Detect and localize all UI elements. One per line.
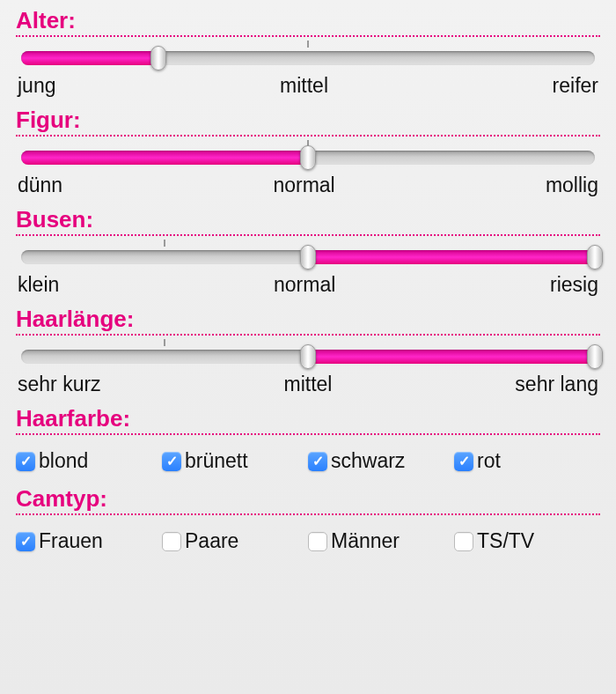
- check-icon: ✓: [312, 454, 324, 469]
- camtyp-checkbox-item[interactable]: TS/TV: [454, 529, 600, 553]
- slider-handle[interactable]: [587, 245, 603, 269]
- checkbox-label: rot: [477, 449, 501, 473]
- slider-label: mollig: [546, 174, 598, 197]
- checkbox-box[interactable]: ✓: [16, 452, 35, 471]
- slider-tick: [164, 339, 165, 346]
- slider-handle[interactable]: [300, 344, 316, 369]
- slider-handle[interactable]: [150, 46, 166, 70]
- check-icon: ✓: [20, 454, 32, 469]
- slider-handle[interactable]: [300, 245, 316, 269]
- checkbox-box[interactable]: ✓: [308, 452, 327, 471]
- haarlaenge-slider[interactable]: [21, 344, 595, 367]
- alter-slider-labels: jungmittelreifer: [16, 74, 600, 101]
- slider-fill: [21, 51, 158, 65]
- checkbox-label: schwarz: [331, 449, 405, 473]
- checkbox-box[interactable]: [162, 532, 181, 551]
- checkbox-label: TS/TV: [477, 529, 534, 553]
- camtyp-checkbox-row: ✓FrauenPaareMännerTS/TV: [16, 524, 600, 562]
- slider-label: riesig: [550, 273, 598, 297]
- busen-slider-labels: kleinnormalriesig: [16, 273, 600, 300]
- check-icon: ✓: [20, 535, 32, 549]
- haarfarbe-checkbox-item[interactable]: ✓blond: [16, 449, 162, 473]
- haarlaenge-section-title: Haarlänge:: [16, 306, 600, 336]
- camtyp-checkbox-item[interactable]: ✓Frauen: [16, 529, 162, 553]
- slider-fill: [308, 350, 595, 364]
- haarfarbe-checkbox-item[interactable]: ✓rot: [454, 449, 600, 473]
- haarfarbe-checkbox-item[interactable]: ✓brünett: [162, 449, 308, 473]
- alter-section-title: Alter:: [16, 7, 600, 37]
- checkbox-label: brünett: [185, 449, 248, 473]
- alter-slider[interactable]: [21, 46, 595, 69]
- slider-fill: [308, 250, 595, 264]
- slider-tick: [164, 240, 165, 247]
- check-icon: ✓: [458, 454, 470, 469]
- alter-section: Alter:jungmittelreifer: [16, 7, 600, 101]
- checkbox-box[interactable]: ✓: [454, 452, 473, 471]
- checkbox-box[interactable]: ✓: [16, 532, 35, 551]
- checkbox-label: Frauen: [39, 529, 103, 553]
- checkbox-box[interactable]: [454, 532, 473, 551]
- figur-section: Figur:dünnnormalmollig: [16, 107, 600, 201]
- haarfarbe-checkbox-row: ✓blond✓brünett✓schwarz✓rot: [16, 444, 600, 482]
- slider-label: normal: [274, 273, 335, 297]
- slider-label: dünn: [18, 174, 62, 197]
- camtyp-section: Camtyp:✓FrauenPaareMännerTS/TV: [16, 485, 600, 562]
- haarfarbe-section-title: Haarfarbe:: [16, 405, 600, 435]
- camtyp-section-title: Camtyp:: [16, 485, 600, 515]
- haarlaenge-section: Haarlänge:sehr kurzmittelsehr lang: [16, 306, 600, 400]
- slider-label: sehr kurz: [18, 373, 101, 396]
- slider-label: reifer: [553, 74, 598, 98]
- figur-slider-labels: dünnnormalmollig: [16, 174, 600, 201]
- haarfarbe-checkbox-item[interactable]: ✓schwarz: [308, 449, 454, 473]
- slider-label: klein: [18, 273, 59, 297]
- slider-handle[interactable]: [587, 344, 603, 369]
- figur-slider[interactable]: [21, 145, 595, 168]
- slider-handle[interactable]: [300, 145, 316, 170]
- busen-section-title: Busen:: [16, 206, 600, 236]
- checkbox-box[interactable]: ✓: [162, 452, 181, 471]
- checkbox-box[interactable]: [308, 532, 327, 551]
- slider-tick: [307, 41, 309, 48]
- slider-fill: [21, 151, 308, 165]
- checkbox-label: Paare: [185, 529, 238, 553]
- busen-slider[interactable]: [21, 245, 595, 268]
- checkbox-label: Männer: [331, 529, 400, 553]
- slider-label: normal: [273, 174, 334, 197]
- camtyp-checkbox-item[interactable]: Paare: [162, 529, 308, 553]
- slider-label: mittel: [280, 74, 328, 98]
- slider-label: jung: [18, 74, 55, 98]
- figur-section-title: Figur:: [16, 107, 600, 137]
- haarlaenge-slider-labels: sehr kurzmittelsehr lang: [16, 373, 600, 400]
- busen-section: Busen:kleinnormalriesig: [16, 206, 600, 300]
- checkbox-label: blond: [39, 449, 88, 473]
- check-icon: ✓: [166, 454, 178, 469]
- slider-label: sehr lang: [515, 373, 598, 396]
- camtyp-checkbox-item[interactable]: Männer: [308, 529, 454, 553]
- haarfarbe-section: Haarfarbe:✓blond✓brünett✓schwarz✓rot: [16, 405, 600, 482]
- slider-label: mittel: [284, 373, 333, 396]
